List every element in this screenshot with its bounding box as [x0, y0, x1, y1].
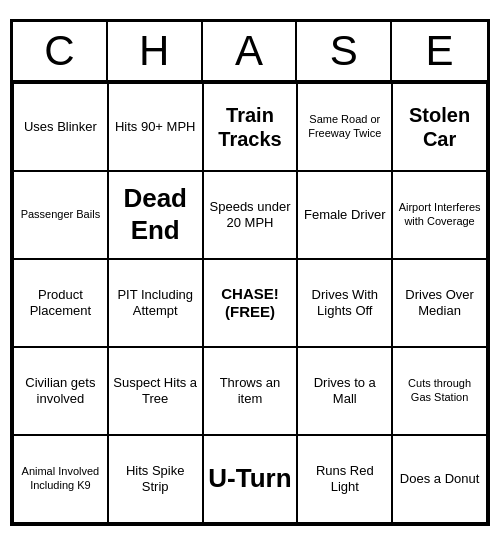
bingo-cell-11[interactable]: PIT Including Attempt — [108, 259, 203, 347]
bingo-cell-4[interactable]: Stolen Car — [392, 83, 487, 171]
bingo-cell-18[interactable]: Drives to a Mall — [297, 347, 392, 435]
bingo-cell-21[interactable]: Hits Spike Strip — [108, 435, 203, 523]
bingo-cell-7[interactable]: Speeds under 20 MPH — [203, 171, 298, 259]
bingo-cell-22[interactable]: U-Turn — [203, 435, 298, 523]
bingo-card: CHASE Uses BlinkerHits 90+ MPHTrain Trac… — [10, 19, 490, 526]
bingo-cell-3[interactable]: Same Road or Freeway Twice — [297, 83, 392, 171]
bingo-cell-23[interactable]: Runs Red Light — [297, 435, 392, 523]
bingo-cell-24[interactable]: Does a Donut — [392, 435, 487, 523]
header-letter-h: H — [108, 22, 203, 80]
bingo-cell-20[interactable]: Animal Involved Including K9 — [13, 435, 108, 523]
bingo-cell-6[interactable]: Dead End — [108, 171, 203, 259]
header-letter-e: E — [392, 22, 487, 80]
header-letter-a: A — [203, 22, 298, 80]
bingo-cell-16[interactable]: Suspect Hits a Tree — [108, 347, 203, 435]
bingo-cell-5[interactable]: Passenger Bails — [13, 171, 108, 259]
bingo-cell-1[interactable]: Hits 90+ MPH — [108, 83, 203, 171]
bingo-cell-13[interactable]: Drives With Lights Off — [297, 259, 392, 347]
bingo-cell-10[interactable]: Product Placement — [13, 259, 108, 347]
header-letter-s: S — [297, 22, 392, 80]
bingo-cell-9[interactable]: Airport Interferes with Coverage — [392, 171, 487, 259]
bingo-cell-17[interactable]: Throws an item — [203, 347, 298, 435]
bingo-cell-0[interactable]: Uses Blinker — [13, 83, 108, 171]
bingo-cell-14[interactable]: Drives Over Median — [392, 259, 487, 347]
bingo-cell-2[interactable]: Train Tracks — [203, 83, 298, 171]
bingo-cell-12[interactable]: CHASE! (FREE) — [203, 259, 298, 347]
bingo-grid: Uses BlinkerHits 90+ MPHTrain TracksSame… — [13, 83, 487, 523]
header-letter-c: C — [13, 22, 108, 80]
bingo-cell-15[interactable]: Civilian gets involved — [13, 347, 108, 435]
bingo-cell-19[interactable]: Cuts through Gas Station — [392, 347, 487, 435]
header-row: CHASE — [13, 22, 487, 83]
bingo-cell-8[interactable]: Female Driver — [297, 171, 392, 259]
